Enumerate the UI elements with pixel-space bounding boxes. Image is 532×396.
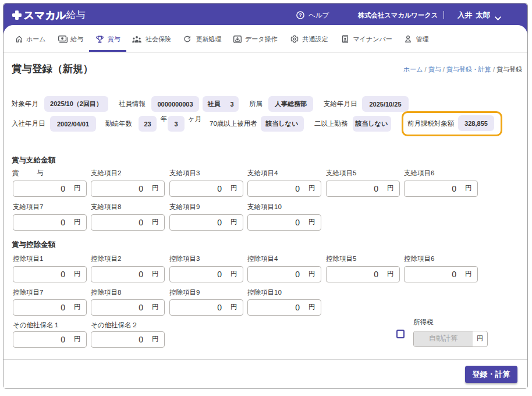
svg-text:?: ?: [299, 12, 302, 18]
